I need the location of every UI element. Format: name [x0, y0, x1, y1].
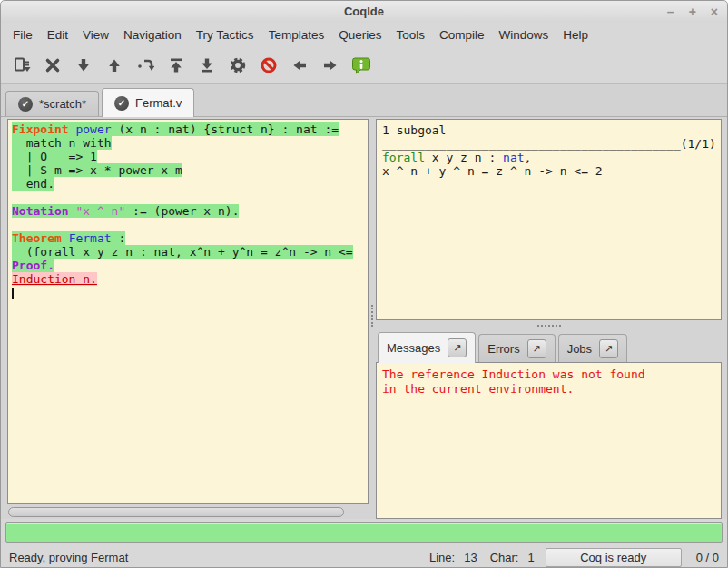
detach-arrow-icon[interactable]: ↗: [527, 339, 546, 358]
arrow-down-icon: [74, 56, 93, 74]
menu-item-edit[interactable]: Edit: [40, 24, 75, 45]
arrow-left-icon: [290, 56, 309, 74]
save-icon: [13, 56, 31, 74]
line-value: 13: [464, 551, 477, 564]
line-label: Line:: [429, 551, 455, 564]
save-button[interactable]: [6, 52, 37, 79]
info-bubble-icon: [351, 55, 371, 75]
window-controls: – + ×: [667, 1, 718, 23]
step-forward-button[interactable]: [68, 52, 99, 79]
curved-arrow-icon: [136, 56, 154, 74]
code-line: (forall x y z n : nat, x^n + y^n = z^n -…: [12, 245, 368, 259]
code-line: | O => 1: [12, 150, 368, 163]
horizontal-splitter[interactable]: [376, 320, 722, 330]
tab-scratch[interactable]: ✓ *scratch*: [5, 91, 99, 116]
code-line: Proof.: [12, 259, 368, 272]
goal-line: ________________________________________…: [382, 137, 721, 151]
go-to-cursor-button[interactable]: [130, 52, 161, 79]
text-caret: [12, 286, 368, 299]
detach-arrow-icon[interactable]: ↗: [448, 338, 467, 357]
detach-arrow-icon[interactable]: ↗: [599, 339, 618, 358]
maximize-button[interactable]: +: [689, 1, 696, 23]
file-tab-bar: ✓ *scratch* ✓ Fermat.v: [1, 84, 727, 117]
arrow-up-to-bar-icon: [167, 56, 185, 74]
go-to-start-button[interactable]: [161, 52, 192, 79]
error-message-line: in the current environment.: [382, 382, 721, 397]
status-text: Ready, proving Fermat: [9, 551, 128, 564]
progress-counter: 0 / 0: [696, 551, 719, 564]
tab-errors[interactable]: Errors ↗: [478, 334, 555, 362]
goal-line: forall x y z n : nat,: [382, 151, 721, 164]
go-to-end-button[interactable]: [192, 52, 222, 79]
tab-label: *scratch*: [39, 97, 86, 111]
char-value: 1: [527, 551, 534, 564]
messages-pane[interactable]: The reference Induction was not found in…: [376, 362, 722, 519]
menu-item-windows[interactable]: Windows: [491, 24, 556, 45]
tab-label: Fermat.v: [135, 96, 182, 110]
code-line: Fixpoint power (x n : nat) {struct n} : …: [12, 122, 368, 136]
back-button[interactable]: [284, 52, 315, 79]
status-bar: Ready, proving Fermat Line: 13 Char: 1 C…: [1, 546, 727, 568]
prohibition-icon: [260, 56, 278, 74]
scrollbar-thumb[interactable]: [8, 507, 344, 517]
menu-item-file[interactable]: File: [5, 24, 40, 45]
tab-fermat[interactable]: ✓ Fermat.v: [102, 88, 194, 117]
script-editor[interactable]: Fixpoint power (x n : nat) {struct n} : …: [7, 119, 369, 504]
coq-status-indicator: Coq is ready: [546, 548, 682, 567]
step-backward-button[interactable]: [99, 52, 130, 79]
goal-line: 1 subgoal: [382, 123, 721, 137]
goal-line: x ^ n + y ^ n = z ^ n -> n <= 2: [382, 164, 721, 178]
minimize-button[interactable]: –: [667, 1, 674, 23]
close-buffer-button[interactable]: [37, 52, 68, 79]
menu-item-templates[interactable]: Templates: [261, 24, 332, 45]
menu-item-queries[interactable]: Queries: [331, 24, 389, 45]
code-line: end.: [12, 177, 368, 191]
code-line: match n with: [12, 136, 368, 150]
toolbar: [1, 46, 727, 84]
code-line: Theorem Fermat :: [12, 231, 368, 245]
horizontal-scrollbar[interactable]: [7, 506, 369, 518]
gear-icon: [229, 56, 247, 74]
coqide-window: CoqIde – + × FileEditViewNavigationTry T…: [0, 0, 728, 568]
about-button[interactable]: [346, 52, 377, 79]
close-button[interactable]: ×: [711, 1, 718, 23]
splitter-grip-icon: [371, 305, 373, 327]
forward-button[interactable]: [315, 52, 346, 79]
script-column: Fixpoint power (x n : nat) {struct n} : …: [7, 119, 369, 519]
message-tab-bar: Messages ↗ Errors ↗ Jobs ↗: [376, 330, 722, 362]
proof-column: 1 subgoal_______________________________…: [376, 119, 722, 519]
arrow-right-icon: [321, 56, 339, 74]
progress-bar: [1, 519, 727, 546]
close-x-icon: [44, 56, 62, 74]
gear-button[interactable]: [222, 52, 253, 79]
arrow-up-icon: [105, 56, 123, 74]
menu-item-try-tactics[interactable]: Try Tactics: [189, 24, 261, 45]
vertical-splitter[interactable]: [369, 119, 376, 519]
error-message-line: The reference Induction was not found: [382, 367, 721, 382]
code-line: [12, 191, 368, 204]
char-label: Char:: [490, 551, 519, 564]
code-line: [12, 218, 368, 231]
tab-label: Messages: [387, 341, 440, 355]
check-icon: ✓: [18, 97, 33, 112]
menu-item-help[interactable]: Help: [556, 24, 595, 45]
menu-item-view[interactable]: View: [75, 24, 116, 45]
progress-bar-fill: [5, 522, 723, 543]
menu-item-tools[interactable]: Tools: [389, 24, 432, 45]
goal-pane[interactable]: 1 subgoal_______________________________…: [376, 119, 722, 320]
splitter-grip-icon: [537, 325, 561, 327]
tab-jobs[interactable]: Jobs ↗: [558, 334, 627, 362]
code-line: Notation "x ^ n" := (power x n).: [12, 204, 368, 218]
menu-bar: FileEditViewNavigationTry TacticsTemplat…: [1, 23, 727, 46]
interrupt-button[interactable]: [253, 52, 284, 79]
title-bar[interactable]: CoqIde – + ×: [1, 1, 727, 23]
check-icon: ✓: [114, 96, 129, 111]
main-area: Fixpoint power (x n : nat) {struct n} : …: [1, 117, 727, 519]
arrow-down-to-bar-icon: [198, 56, 216, 74]
code-line: | S m => x * power x m: [12, 163, 368, 177]
tab-label: Errors: [487, 342, 519, 356]
tab-label: Jobs: [567, 342, 592, 356]
menu-item-navigation[interactable]: Navigation: [116, 24, 189, 45]
tab-messages[interactable]: Messages ↗: [378, 332, 476, 363]
menu-item-compile[interactable]: Compile: [432, 24, 492, 45]
